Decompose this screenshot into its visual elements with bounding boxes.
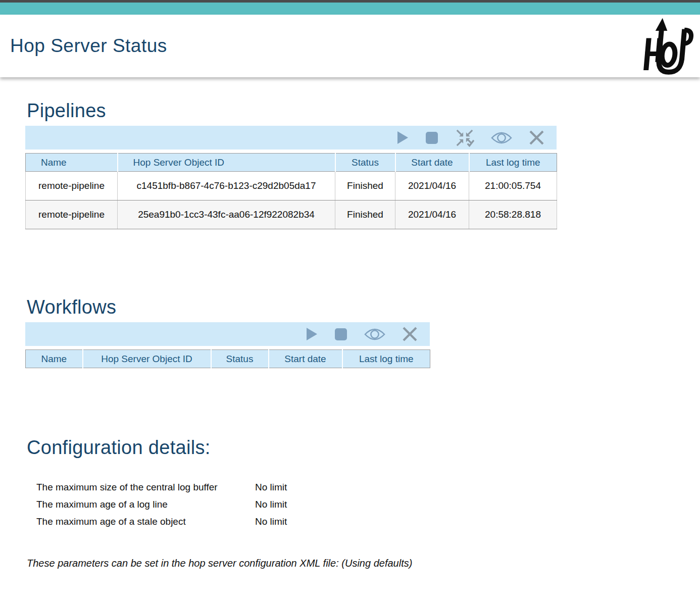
- page-header: Hop Server Status: [0, 15, 700, 77]
- configuration-heading: Configuration details:: [27, 437, 700, 459]
- view-workflow-button[interactable]: [364, 327, 385, 341]
- pipelines-col-name: Name: [26, 154, 118, 172]
- hop-server-status-page: Hop Server Status Pipelines: [0, 0, 700, 601]
- config-param-value: No limit: [255, 499, 700, 510]
- pipeline-status: Finished: [335, 172, 395, 201]
- remove-pipeline-button[interactable]: [529, 130, 544, 145]
- pipeline-status: Finished: [335, 201, 395, 229]
- workflows-toolbar: [25, 322, 430, 346]
- pipeline-object-id: 25ea91b0-1cc3-43fc-aa06-12f922082b34: [118, 201, 335, 229]
- pipeline-start-date: 2021/04/16: [395, 172, 469, 201]
- play-icon: [397, 131, 409, 144]
- start-workflow-button[interactable]: [306, 327, 318, 341]
- config-param-value: No limit: [255, 516, 700, 527]
- workflows-heading: Workflows: [27, 296, 700, 318]
- config-param-label: The maximum age of a stale object: [36, 516, 255, 527]
- main-content: Pipelines: [0, 77, 700, 569]
- pipeline-start-date: 2021/04/16: [395, 201, 469, 229]
- collapse-check-icon: [455, 128, 474, 147]
- workflows-col-status: Status: [211, 350, 269, 368]
- start-pipeline-button[interactable]: [397, 131, 409, 144]
- workflows-col-last-log-time: Last log time: [342, 350, 430, 368]
- pipeline-last-log-time: 21:00:05.754: [469, 172, 557, 201]
- configuration-note: These parameters can be set in the hop s…: [27, 558, 700, 569]
- stop-pipeline-button[interactable]: [425, 131, 438, 144]
- pause-resume-pipeline-button[interactable]: [455, 128, 474, 147]
- config-param-label: The maximum age of a log line: [36, 499, 255, 510]
- remove-workflow-button[interactable]: [402, 326, 418, 342]
- config-param-value: No limit: [255, 482, 700, 493]
- pipelines-toolbar: [25, 126, 557, 149]
- play-icon: [306, 327, 318, 341]
- pipeline-row[interactable]: remote-pipeline c1451bfb-b867-4c76-b123-…: [26, 172, 557, 201]
- eye-icon: [364, 327, 385, 341]
- pipeline-name: remote-pipeline: [26, 172, 118, 201]
- stop-workflow-button[interactable]: [334, 328, 347, 341]
- pipeline-row[interactable]: remote-pipeline 25ea91b0-1cc3-43fc-aa06-…: [26, 201, 557, 229]
- pipelines-table: Name Hop Server Object ID Status Start d…: [25, 153, 557, 229]
- pipelines-col-status: Status: [335, 154, 395, 172]
- workflows-header-row: Name Hop Server Object ID Status Start d…: [26, 350, 430, 368]
- workflows-col-object-id: Hop Server Object ID: [83, 350, 211, 368]
- pipeline-name: remote-pipeline: [26, 201, 118, 229]
- pipelines-col-start-date: Start date: [395, 154, 469, 172]
- pipeline-last-log-time: 20:58:28.818: [469, 201, 557, 229]
- teal-accent-bar: [0, 3, 700, 15]
- pipeline-object-id: c1451bfb-b867-4c76-b123-c29d2b05da17: [118, 172, 335, 201]
- pipelines-header-row: Name Hop Server Object ID Status Start d…: [26, 154, 557, 172]
- workflows-table: Name Hop Server Object ID Status Start d…: [25, 349, 430, 368]
- pipelines-col-object-id: Hop Server Object ID: [118, 154, 335, 172]
- workflows-col-name: Name: [26, 350, 83, 368]
- close-icon: [402, 326, 418, 342]
- pipelines-heading: Pipelines: [27, 77, 700, 122]
- eye-icon: [491, 131, 512, 145]
- page-title: Hop Server Status: [10, 35, 167, 57]
- view-pipeline-button[interactable]: [491, 131, 512, 145]
- configuration-parameters: The maximum size of the central log buff…: [36, 482, 700, 527]
- pipelines-col-last-log-time: Last log time: [469, 154, 557, 172]
- config-param-label: The maximum size of the central log buff…: [36, 482, 255, 493]
- close-icon: [529, 130, 544, 145]
- hop-logo: [632, 16, 694, 76]
- workflows-col-start-date: Start date: [269, 350, 342, 368]
- stop-icon: [334, 328, 347, 341]
- stop-icon: [425, 131, 438, 144]
